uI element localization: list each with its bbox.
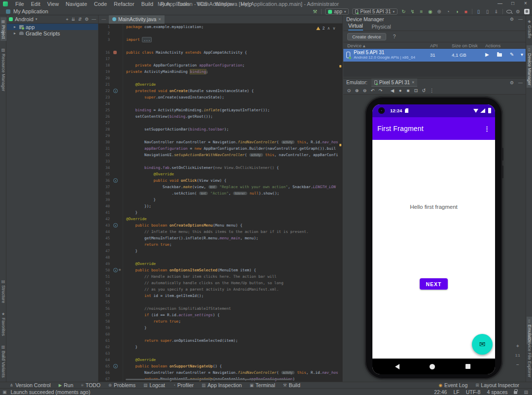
settings-gear-icon[interactable]: ⚙: [515, 9, 521, 15]
stripe-item-resource-manager[interactable]: ▨Resource Manager: [0, 46, 6, 94]
dm-hide-icon[interactable]: —: [518, 17, 523, 22]
stripe-item-structure[interactable]: ▤Structure: [0, 277, 6, 305]
more-device-actions-icon[interactable]: ▾: [521, 52, 523, 57]
warning-stripe-mark[interactable]: [339, 65, 341, 67]
search-icon[interactable]: [506, 10, 512, 13]
stripe-item-device-manager[interactable]: ▯Device Manager: [527, 45, 532, 88]
override-method-gutter-icon[interactable]: ↑: [113, 223, 118, 228]
toolwindow-switcher-icon[interactable]: ▣: [2, 390, 7, 395]
create-device-button[interactable]: Create device: [347, 33, 386, 40]
menu-code[interactable]: Code: [91, 1, 110, 7]
emulator-screen[interactable]: 12:24 First Fragment ⋮ Hello first fragm…: [372, 104, 495, 374]
stripe-item-project[interactable]: ▦Project: [0, 17, 6, 41]
edit-device-icon[interactable]: ✎: [510, 52, 514, 57]
power-icon[interactable]: ⊙: [347, 88, 351, 93]
panel-settings-icon[interactable]: ⚙: [85, 17, 89, 22]
device-selector[interactable]: Pixel 5 API 31▾: [352, 8, 398, 15]
rotate-left-icon[interactable]: ↶: [370, 88, 375, 93]
apply-code-changes-icon[interactable]: ≡: [419, 9, 424, 15]
tab-physical[interactable]: Physical: [372, 24, 391, 31]
device-explorer-icon[interactable]: [497, 53, 502, 57]
email-fab-button[interactable]: ✉: [472, 334, 493, 355]
collapse-all-icon[interactable]: ⇊: [71, 17, 75, 22]
code-editor[interactable]: — MainActivity.java × 2 ∧ ∨ 1package com…: [99, 15, 343, 382]
line-separator[interactable]: LF: [453, 389, 459, 395]
snapshots-icon[interactable]: ↺: [422, 88, 426, 93]
toolwindow-button-event-log[interactable]: ◉Event Log: [439, 382, 468, 388]
emulator-zoom-reset-button[interactable]: 1:1: [515, 354, 520, 357]
menu-build[interactable]: Build: [138, 1, 157, 7]
emulator-zoom-in-button[interactable]: +: [516, 343, 519, 349]
toolwindow-button-build[interactable]: ⚒Build: [283, 382, 300, 388]
build-hammer-icon[interactable]: ⚒: [312, 9, 318, 15]
toolwindow-button-run[interactable]: ▶Run: [59, 382, 73, 388]
tree-item-app[interactable]: ▸app: [7, 24, 98, 30]
code-area[interactable]: 1package com.example.myapplication;23imp…: [99, 24, 343, 382]
toolwindow-button-app-inspection[interactable]: ▥App Inspection: [201, 382, 242, 388]
profile-avatar[interactable]: [524, 9, 530, 14]
screenshot-icon[interactable]: ⊡: [414, 88, 418, 93]
override-method-gutter-icon[interactable]: ↑: [113, 268, 118, 272]
toolwindow-button-terminal[interactable]: ▣Terminal: [250, 382, 275, 388]
device-manager-icon[interactable]: ▯: [485, 9, 490, 15]
project-view-selector[interactable]: Android: [15, 16, 33, 22]
tab-close-icon[interactable]: ×: [158, 17, 161, 22]
avd-manager-icon[interactable]: ▯: [476, 9, 481, 15]
rerun-icon[interactable]: ↻: [401, 9, 406, 15]
tabbar-options-icon[interactable]: —: [99, 17, 109, 22]
nav-home-button[interactable]: [430, 364, 435, 369]
override-method-gutter-icon[interactable]: ↑: [113, 178, 118, 183]
indent-setting[interactable]: 4 spaces: [487, 389, 507, 395]
profile-icon[interactable]: ◔: [445, 9, 451, 15]
emulator-zoom-out-button[interactable]: −: [516, 362, 519, 367]
emu-hide-icon[interactable]: —: [518, 80, 523, 85]
attach-debugger-icon[interactable]: ⊕: [436, 9, 442, 15]
stripe-item-favorites[interactable]: ★Favorites: [0, 310, 6, 338]
profiler-icon[interactable]: ◑: [454, 9, 460, 15]
expand-collapse-icon[interactable]: ⇵: [78, 17, 82, 22]
menu-file[interactable]: File: [12, 1, 28, 7]
hide-panel-icon[interactable]: —: [92, 17, 96, 22]
toolwindow-button-logcat[interactable]: ▤Logcat: [143, 382, 165, 388]
menu-edit[interactable]: Edit: [28, 1, 44, 7]
close-button[interactable]: ×: [519, 0, 532, 7]
volume-down-icon[interactable]: ⊖: [363, 88, 367, 93]
debug-icon[interactable]: ◉: [428, 9, 433, 15]
column-header-device-[interactable]: Device ▴: [347, 43, 365, 48]
toolwindow-button-todo[interactable]: ≡TODO: [81, 382, 100, 388]
nav-back-button[interactable]: [395, 364, 399, 369]
menu-view[interactable]: View: [44, 1, 63, 7]
readonly-lock-icon[interactable]: [514, 391, 517, 394]
sdk-manager-icon[interactable]: ⇓: [494, 9, 499, 15]
notifications-icon[interactable]: ▤: [524, 390, 528, 395]
override-method-gutter-icon[interactable]: ↑: [113, 364, 118, 368]
toolwindow-button-layout-inspector[interactable]: ⊞Layout Inspector: [475, 382, 519, 388]
editor-tab-mainactivity[interactable]: MainActivity.java ×: [109, 15, 165, 24]
stripe-item-gradle[interactable]: ◈Gradle: [527, 17, 532, 40]
launch-device-icon[interactable]: ▶: [485, 52, 489, 57]
back-icon[interactable]: ◀: [390, 88, 395, 93]
tree-item-gradle-scripts[interactable]: ▸Gradle Scripts: [7, 30, 98, 36]
dm-settings-icon[interactable]: ⚙: [510, 17, 514, 22]
emu-settings-icon[interactable]: ⚙: [510, 80, 514, 85]
file-encoding[interactable]: UTF-8: [466, 389, 481, 395]
menu-refactor[interactable]: Refactor: [110, 1, 138, 7]
volume-up-icon[interactable]: ⊕: [355, 88, 359, 93]
warning-stripe-mark[interactable]: [339, 144, 341, 146]
menu-navigate[interactable]: Navigate: [62, 1, 90, 7]
help-icon[interactable]: ?: [393, 34, 396, 39]
class-gutter-icon[interactable]: [113, 51, 117, 54]
overflow-menu-icon[interactable]: ⋮: [484, 125, 490, 132]
stop-icon[interactable]: ■: [463, 9, 468, 15]
nav-recents-button[interactable]: [466, 364, 470, 369]
toolwindow-button-version-control[interactable]: ⋔Version Control: [10, 382, 51, 388]
overview-icon[interactable]: ■: [406, 88, 410, 93]
rotate-right-icon[interactable]: ↷: [378, 88, 383, 93]
emulator-tab[interactable]: Pixel 5 API 31 ×: [371, 78, 418, 87]
home-icon[interactable]: ●: [398, 88, 402, 93]
tab-virtual[interactable]: Virtual: [348, 23, 363, 31]
apply-changes-icon[interactable]: ↯: [410, 9, 415, 15]
more-icon[interactable]: ⋮: [430, 88, 434, 93]
stripe-item-build-variants[interactable]: ▥Build Variants: [0, 343, 6, 380]
emulator-tab-close-icon[interactable]: ×: [412, 80, 414, 85]
